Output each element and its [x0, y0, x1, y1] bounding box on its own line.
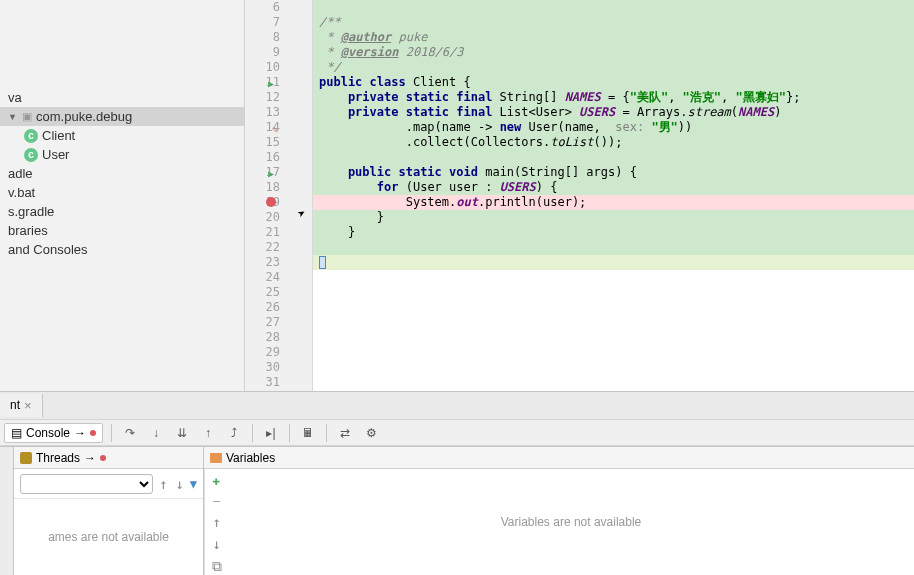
run-config-tab[interactable]: nt ×	[0, 394, 43, 417]
run-gutter-icon[interactable]: ▶	[268, 166, 274, 181]
line-number: 27	[245, 315, 282, 330]
tree-item-class[interactable]: c User	[0, 145, 244, 164]
watch-down-button[interactable]: ↓	[210, 536, 222, 552]
next-frame-button[interactable]: ↓	[173, 476, 185, 492]
force-step-into-button[interactable]: ⇊	[172, 423, 192, 443]
frames-empty-text: ames are not available	[14, 499, 203, 575]
line-number: 28	[245, 330, 282, 345]
code-line	[313, 360, 914, 375]
variables-label: Variables	[226, 451, 275, 465]
code-line: public class Client {	[313, 75, 914, 90]
code-line	[313, 375, 914, 390]
frames-pane: Threads → ↑ ↓ ▼ ames are not available	[14, 447, 204, 575]
caret-icon	[319, 256, 326, 269]
code-line: /**	[313, 15, 914, 30]
variables-icon	[210, 453, 222, 463]
line-number: 22	[245, 240, 282, 255]
tree-item[interactable]: and Consoles	[0, 240, 244, 259]
debugger-toolbar: ▤ Console → ↷ ↓ ⇊ ↑ ⤴ ▸| 🖩 ⇄ ⚙	[0, 419, 914, 446]
code-line: for (User user : USERS) {	[313, 180, 914, 195]
evaluate-button[interactable]: 🖩	[298, 423, 318, 443]
thread-select[interactable]	[20, 474, 153, 494]
editor-gutter[interactable]: 6 7 8 9 10 11▶ 12 13 14✎ 15 16 17▶ 18 19…	[245, 0, 313, 391]
breakpoint-icon[interactable]	[266, 197, 276, 207]
settings-button[interactable]: ⚙	[361, 423, 381, 443]
code-line	[313, 330, 914, 345]
code-line: .map(name -> new User(name, sex: "男"))	[313, 120, 914, 135]
line-number: 14✎	[245, 120, 282, 135]
code-line: }	[313, 225, 914, 240]
debugger-panes: Threads → ↑ ↓ ▼ ames are not available V…	[0, 446, 914, 575]
step-over-button[interactable]: ↷	[120, 423, 140, 443]
drop-frame-button[interactable]: ⤴	[224, 423, 244, 443]
line-number: 12	[245, 90, 282, 105]
code-line	[313, 285, 914, 300]
separator	[326, 424, 327, 442]
separator	[111, 424, 112, 442]
console-label: Console	[26, 426, 70, 440]
tree-item[interactable]: v.bat	[0, 183, 244, 202]
filter-icon[interactable]: ▼	[190, 477, 197, 491]
pin-icon: →	[74, 426, 86, 440]
line-number: 23	[245, 255, 282, 270]
frames-controls: ↑ ↓ ▼	[14, 469, 203, 499]
tree-item[interactable]: va	[0, 88, 244, 107]
tree-item-class[interactable]: c Client	[0, 126, 244, 145]
code-line: private static final String[] NAMES = {"…	[313, 90, 914, 105]
close-icon[interactable]: ×	[24, 398, 32, 413]
duplicate-watch-button[interactable]: ⧉	[210, 558, 224, 575]
line-number: 24	[245, 270, 282, 285]
code-line: }	[313, 210, 914, 225]
run-to-cursor-button[interactable]: ▸|	[261, 423, 281, 443]
pin-dot-icon	[100, 455, 106, 461]
console-tab[interactable]: ▤ Console →	[4, 423, 103, 443]
run-tab-bar: nt ×	[0, 391, 914, 420]
variables-side-controls: ✚ — ↑ ↓ ⧉	[204, 469, 228, 575]
line-number: 18	[245, 180, 282, 195]
code-line: public static void main(String[] args) {	[313, 165, 914, 180]
line-number: 19	[245, 195, 282, 210]
code-line	[313, 270, 914, 285]
line-number: 26	[245, 300, 282, 315]
pin-icon: →	[84, 451, 96, 465]
threads-tab[interactable]: Threads →	[14, 447, 203, 469]
remove-watch-button[interactable]: —	[213, 494, 220, 508]
threads-label: Threads	[36, 451, 80, 465]
watch-up-button[interactable]: ↑	[210, 514, 222, 530]
code-line	[313, 300, 914, 315]
line-number: 16	[245, 150, 282, 165]
project-tree[interactable]: va ▼ ▣ com.puke.debug c Client c User ad…	[0, 0, 245, 391]
prev-frame-button[interactable]: ↑	[157, 476, 169, 492]
code-line	[313, 255, 914, 270]
tree-item[interactable]: adle	[0, 164, 244, 183]
line-number: 25	[245, 285, 282, 300]
threads-icon	[20, 452, 32, 464]
code-line: * @author puke	[313, 30, 914, 45]
line-number: 15	[245, 135, 282, 150]
console-icon: ▤	[11, 426, 22, 440]
add-watch-button[interactable]: ✚	[213, 473, 221, 488]
tree-item-package[interactable]: ▼ ▣ com.puke.debug	[0, 107, 244, 126]
code-editor[interactable]: 6 7 8 9 10 11▶ 12 13 14✎ 15 16 17▶ 18 19…	[245, 0, 914, 391]
code-line	[313, 0, 914, 15]
line-number: 6	[245, 0, 282, 15]
line-number: 21	[245, 225, 282, 240]
code-line	[313, 150, 914, 165]
tree-item[interactable]: s.gradle	[0, 202, 244, 221]
pin-dot-icon	[90, 430, 96, 436]
line-number: 8	[245, 30, 282, 45]
tree-item[interactable]: braries	[0, 221, 244, 240]
step-into-button[interactable]: ↓	[146, 423, 166, 443]
code-line: * @version 2018/6/3	[313, 45, 914, 60]
line-number: 13	[245, 105, 282, 120]
separator	[289, 424, 290, 442]
line-number: 9	[245, 45, 282, 60]
code-area[interactable]: /** * @author puke * @version 2018/6/3 *…	[313, 0, 914, 391]
line-number: 30	[245, 360, 282, 375]
debugger-side-strip[interactable]	[0, 447, 14, 575]
separator	[252, 424, 253, 442]
trace-button[interactable]: ⇄	[335, 423, 355, 443]
line-number: 7	[245, 15, 282, 30]
run-gutter-icon[interactable]: ▶	[268, 76, 274, 91]
step-out-button[interactable]: ↑	[198, 423, 218, 443]
